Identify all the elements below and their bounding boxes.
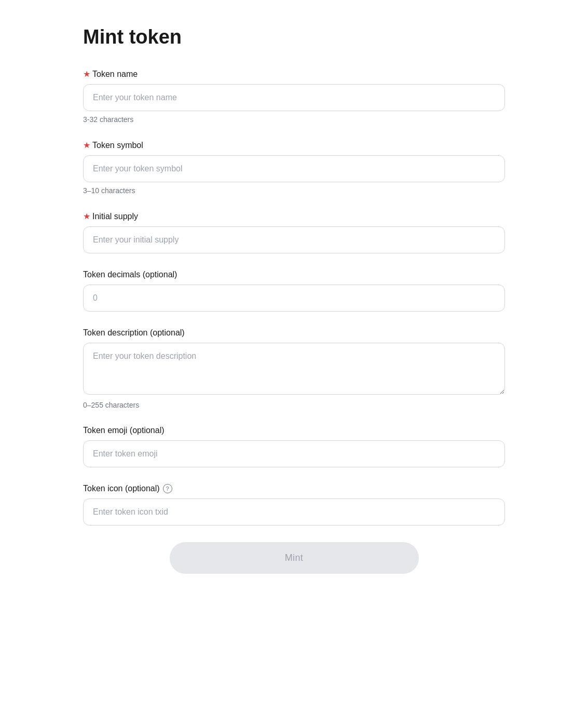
token-icon-label-container: Token icon (optional) ? (83, 484, 505, 493)
token-symbol-label: ★ Token symbol (83, 140, 505, 150)
token-decimals-group: Token decimals (optional) (83, 270, 505, 312)
mint-button-container: Mint (83, 542, 505, 574)
token-symbol-group: ★ Token symbol 3–10 characters (83, 140, 505, 195)
token-description-label: Token description (optional) (83, 328, 505, 338)
token-name-label-text: Token name (92, 70, 138, 79)
mint-button[interactable]: Mint (170, 542, 419, 574)
token-decimals-label-text: Token decimals (optional) (83, 270, 177, 279)
initial-supply-label: ★ Initial supply (83, 211, 505, 221)
token-description-label-text: Token description (optional) (83, 328, 185, 338)
token-symbol-input[interactable] (83, 155, 505, 182)
help-icon[interactable]: ? (163, 484, 172, 493)
initial-supply-group: ★ Initial supply (83, 211, 505, 253)
token-description-group: Token description (optional) 0–255 chara… (83, 328, 505, 409)
required-star-name: ★ (83, 69, 90, 79)
token-name-input[interactable] (83, 84, 505, 111)
required-star-supply: ★ (83, 211, 90, 221)
token-icon-label-text: Token icon (optional) (83, 484, 160, 493)
token-emoji-label: Token emoji (optional) (83, 426, 505, 435)
token-description-input[interactable] (83, 343, 505, 395)
token-name-label: ★ Token name (83, 69, 505, 79)
token-symbol-hint: 3–10 characters (83, 186, 505, 195)
token-icon-group: Token icon (optional) ? (83, 484, 505, 526)
token-description-hint: 0–255 characters (83, 401, 505, 409)
token-icon-input[interactable] (83, 499, 505, 526)
token-emoji-group: Token emoji (optional) (83, 426, 505, 467)
required-star-symbol: ★ (83, 140, 90, 150)
initial-supply-label-text: Initial supply (92, 212, 138, 221)
token-emoji-label-text: Token emoji (optional) (83, 426, 165, 435)
token-decimals-label: Token decimals (optional) (83, 270, 505, 279)
token-emoji-input[interactable] (83, 440, 505, 467)
token-name-group: ★ Token name 3-32 characters (83, 69, 505, 124)
token-name-hint: 3-32 characters (83, 115, 505, 124)
initial-supply-input[interactable] (83, 226, 505, 253)
token-decimals-input[interactable] (83, 285, 505, 312)
page-title: Mint token (83, 26, 505, 48)
token-symbol-label-text: Token symbol (92, 141, 143, 150)
